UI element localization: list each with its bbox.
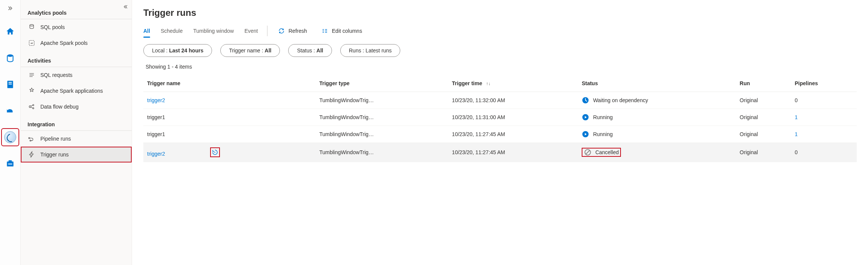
sidebar-item-label: Pipeline runs [40, 136, 71, 142]
tab-all[interactable]: All [143, 26, 150, 36]
tab-row: All Schedule Tumbling window Event Refre… [143, 26, 857, 37]
pipelines-count: 0 [795, 149, 798, 155]
table-row[interactable]: trigger1TumblingWindowTrig…10/23/20, 11:… [143, 109, 857, 126]
trigger-runs-icon [28, 150, 36, 159]
col-trigger-type[interactable]: Trigger type [315, 75, 448, 92]
sort-arrows-icon: ↑↓ [486, 81, 490, 86]
col-status[interactable]: Status [578, 75, 736, 92]
refresh-icon [278, 28, 285, 34]
svg-rect-3 [9, 84, 12, 84]
sidebar-item-label: Apache Spark applications [40, 88, 103, 94]
expand-rail-icon[interactable] [0, 3, 20, 14]
rail-develop-icon[interactable] [2, 76, 18, 93]
trigger-status: Running [578, 109, 736, 126]
filter-value: All [265, 47, 272, 54]
trigger-status: Running [578, 126, 736, 143]
trigger-time: 10/23/20, 11:27:45 AM [448, 126, 578, 143]
spark-applications-icon [28, 87, 36, 95]
sidebar-section-integration: Integration [21, 115, 132, 131]
sidebar-item-label: Data flow debug [40, 104, 78, 110]
trigger-name[interactable]: trigger2 [147, 97, 165, 103]
rail-home-icon[interactable] [2, 23, 18, 40]
filter-value: All [316, 47, 323, 54]
edit-columns-label: Edit columns [332, 28, 362, 34]
tab-event[interactable]: Event [244, 26, 258, 36]
cancelled-status-icon [584, 149, 591, 156]
left-icon-rail [0, 0, 21, 265]
svg-rect-7 [8, 164, 12, 164]
trigger-time: 10/23/20, 11:31:00 AM [448, 109, 578, 126]
sidebar-item-label: SQL pools [40, 24, 65, 30]
svg-rect-2 [9, 82, 12, 83]
refresh-button[interactable]: Refresh [277, 26, 309, 36]
filter-status[interactable]: Status : All [288, 44, 332, 57]
sidebar-item-trigger-runs[interactable]: Trigger runs [21, 147, 132, 162]
filter-value: Last 24 hours [169, 47, 203, 54]
trigger-name: trigger1 [147, 114, 165, 120]
pipelines-count[interactable]: 1 [795, 131, 798, 137]
sidebar-item-pipeline-runs[interactable]: Pipeline runs [21, 131, 132, 147]
filter-label: Runs [349, 47, 361, 54]
sql-pools-icon [28, 23, 36, 31]
status-text: Running [593, 114, 613, 120]
sidebar-item-data-flow-debug[interactable]: Data flow debug [21, 99, 132, 115]
page-title: Trigger runs [143, 8, 857, 18]
filter-trigger-name[interactable]: Trigger name : All [220, 44, 280, 57]
showing-text: Showing 1 - 4 items [146, 64, 857, 70]
table-row[interactable]: trigger2TumblingWindowTrig…10/23/20, 11:… [143, 92, 857, 109]
svg-point-11 [33, 104, 34, 106]
run-kind: Original [736, 109, 791, 126]
svg-point-12 [33, 108, 34, 109]
tab-divider [267, 26, 267, 36]
sidebar-item-sql-pools[interactable]: SQL pools [21, 19, 132, 35]
pipeline-runs-icon [28, 135, 36, 143]
filter-runs[interactable]: Runs : Latest runs [340, 44, 401, 57]
filter-label: Trigger name [229, 47, 260, 54]
refresh-label: Refresh [289, 28, 307, 34]
edit-columns-icon [321, 28, 328, 34]
run-kind: Original [736, 126, 791, 143]
filter-value: Latest runs [366, 47, 392, 54]
rail-monitor-icon[interactable] [2, 129, 18, 146]
rail-integrate-icon[interactable] [2, 103, 18, 119]
tab-schedule[interactable]: Schedule [161, 26, 183, 36]
running-status-icon [582, 113, 589, 121]
sidebar-section-analytics-pools: Analytics pools [21, 3, 132, 19]
trigger-name[interactable]: trigger2 [147, 151, 165, 157]
sidebar-item-label: Apache Spark pools [40, 40, 88, 46]
rail-manage-icon[interactable] [2, 155, 18, 172]
table-row[interactable]: trigger2TumblingWindowTrig…10/23/20, 11:… [143, 143, 857, 162]
col-pipelines[interactable]: Pipelines [791, 75, 857, 92]
sql-requests-icon [28, 71, 36, 79]
rail-data-icon[interactable] [2, 50, 18, 66]
sidebar-item-apache-spark-pools[interactable]: Apache Spark pools [21, 35, 132, 51]
pipelines-count: 0 [795, 97, 798, 103]
tab-tumbling-window[interactable]: Tumbling window [193, 26, 234, 36]
filter-label: Status [297, 47, 312, 54]
trigger-type: TumblingWindowTrig… [315, 92, 448, 109]
sidebar-item-sql-requests[interactable]: SQL requests [21, 67, 132, 83]
col-run[interactable]: Run [736, 75, 791, 92]
filter-row: Local : Last 24 hours Trigger name : All… [143, 44, 857, 57]
collapse-side-panel-icon[interactable] [122, 4, 128, 11]
pipelines-count[interactable]: 1 [795, 114, 798, 120]
sidebar-item-apache-spark-applications[interactable]: Apache Spark applications [21, 83, 132, 99]
trigger-name: trigger1 [147, 131, 165, 137]
table-row[interactable]: trigger1TumblingWindowTrig…10/23/20, 11:… [143, 126, 857, 143]
status-text: Running [593, 131, 613, 137]
rerun-button[interactable] [210, 147, 220, 157]
trigger-runs-table: Trigger name Trigger type Trigger time ↑… [143, 75, 857, 162]
status-text: Waiting on dependency [593, 97, 648, 103]
svg-point-13 [29, 138, 30, 139]
spark-pools-icon [28, 39, 36, 47]
svg-point-4 [7, 109, 8, 110]
run-kind: Original [736, 92, 791, 109]
filter-time-range[interactable]: Local : Last 24 hours [143, 44, 212, 57]
trigger-time: 10/23/20, 11:27:45 AM [448, 143, 578, 162]
col-trigger-name[interactable]: Trigger name [143, 75, 315, 92]
col-trigger-time[interactable]: Trigger time ↑↓ [448, 75, 578, 92]
running-status-icon [582, 130, 589, 138]
edit-columns-button[interactable]: Edit columns [320, 26, 364, 36]
trigger-type: TumblingWindowTrig… [315, 143, 448, 162]
status-text: Cancelled [595, 149, 619, 155]
